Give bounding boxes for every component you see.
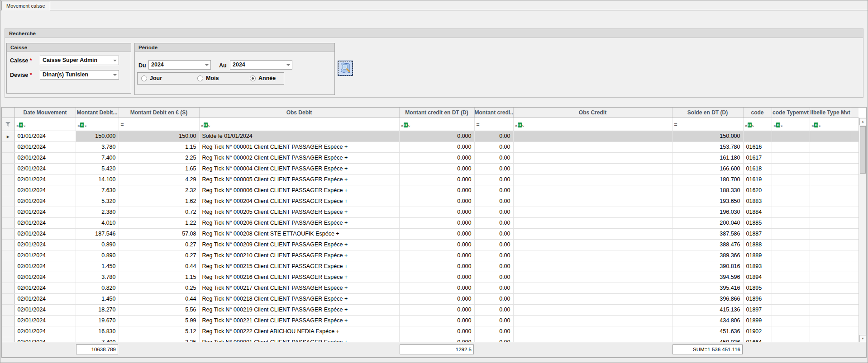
grid-cell[interactable]: 01889 xyxy=(743,250,772,261)
grid-cell[interactable]: 1.65 xyxy=(119,163,199,174)
grid-row[interactable]: 02/01/20247.4002.25Reg Tick N° 000002 Cl… xyxy=(2,152,858,163)
grid-cell[interactable] xyxy=(772,131,810,141)
grid-cell[interactable] xyxy=(810,141,851,152)
grid-row[interactable]: 02/01/20245.3201.62Reg Tick N° 000204 Cl… xyxy=(2,196,858,207)
search-button[interactable] xyxy=(338,61,353,76)
grid-cell[interactable]: 0.000 xyxy=(399,141,474,152)
vertical-scrollbar[interactable]: ▲ ▼ xyxy=(858,118,866,343)
grid-cell[interactable]: 395.416 xyxy=(672,283,743,293)
grid-cell[interactable]: 01893 xyxy=(743,261,772,272)
grid-cell[interactable]: Reg Tick N° 000221 Client CLIENT PASSAGE… xyxy=(199,315,399,326)
grid-cell[interactable]: 0.000 xyxy=(399,261,474,272)
filter-cell[interactable]: aBc xyxy=(399,118,474,131)
grid-cell[interactable]: 0.000 xyxy=(399,217,474,228)
column-header[interactable]: Montant Debit en € (S) xyxy=(119,108,199,118)
grid-cell[interactable]: 200.040 xyxy=(672,217,743,228)
grid-cell[interactable]: 0.44 xyxy=(119,293,199,304)
grid-cell[interactable]: 1.450 xyxy=(76,261,119,272)
grid-cell[interactable]: 153.780 xyxy=(672,141,743,152)
grid-cell[interactable] xyxy=(513,228,672,239)
grid-cell[interactable]: 0.000 xyxy=(399,293,474,304)
grid-cell[interactable]: 0.00 xyxy=(474,152,513,163)
grid-cell[interactable]: 02/01/2024 xyxy=(14,163,76,174)
grid-cell[interactable]: 0.00 xyxy=(474,141,513,152)
grid-cell[interactable] xyxy=(513,315,672,326)
grid-cell[interactable]: Reg Tick N° 000002 Client CLIENT PASSAGE… xyxy=(199,152,399,163)
grid-cell[interactable] xyxy=(772,207,810,217)
grid-cell[interactable]: Reg Tick N° 000216 Client CLIENT PASSAGE… xyxy=(199,272,399,283)
grid-cell[interactable]: 0.000 xyxy=(399,326,474,337)
grid-cell[interactable]: 0.000 xyxy=(399,185,474,196)
grid-cell[interactable]: 02/01/2024 xyxy=(14,293,76,304)
grid-cell[interactable]: 0.25 xyxy=(119,283,199,293)
grid-cell[interactable]: Reg Tick N° 000206 Client CLIENT PASSAGE… xyxy=(199,217,399,228)
grid-cell[interactable] xyxy=(772,141,810,152)
grid-row[interactable]: ▶01/01/2024150.000150.00Solde le 01/01/2… xyxy=(2,131,858,141)
grid-cell[interactable]: 415.136 xyxy=(672,304,743,315)
grid-cell[interactable]: 01620 xyxy=(743,185,772,196)
column-header[interactable]: code xyxy=(743,108,772,118)
grid-cell[interactable]: 0.000 xyxy=(399,163,474,174)
grid-cell[interactable]: 2.380 xyxy=(76,207,119,217)
grid-cell[interactable]: Reg Tick N° 000001 Client CLIENT PASSAGE… xyxy=(199,141,399,152)
grid-row[interactable]: 02/01/20241.4500.44Reg Tick N° 000218 Cl… xyxy=(2,293,858,304)
grid-cell[interactable]: 150.00 xyxy=(119,131,199,141)
grid-cell[interactable] xyxy=(810,174,851,185)
grid-cell[interactable] xyxy=(513,196,672,207)
grid-cell[interactable] xyxy=(810,315,851,326)
grid-cell[interactable]: 0.00 xyxy=(474,207,513,217)
grid-cell[interactable] xyxy=(772,228,810,239)
caisse-select[interactable]: Caisse Super Admin xyxy=(40,56,119,65)
grid-cell[interactable] xyxy=(772,196,810,207)
grid-cell[interactable]: 0.00 xyxy=(474,131,513,141)
grid-cell[interactable] xyxy=(810,293,851,304)
grid-cell[interactable]: 01884 xyxy=(743,207,772,217)
grid-cell[interactable]: 1.22 xyxy=(119,217,199,228)
grid-cell[interactable]: 5.320 xyxy=(76,196,119,207)
grid-cell[interactable]: 01902 xyxy=(743,326,772,337)
grid-cell[interactable]: 0.00 xyxy=(474,174,513,185)
grid-row[interactable]: 02/01/20242.3800.72Reg Tick N° 000205 Cl… xyxy=(2,207,858,217)
grid-cell[interactable]: 1.450 xyxy=(76,293,119,304)
grid-cell[interactable]: Reg Tick N° 000215 Client CLIENT PASSAGE… xyxy=(199,261,399,272)
grid-cell[interactable]: 0.890 xyxy=(76,250,119,261)
grid-cell[interactable] xyxy=(743,131,772,141)
grid-cell[interactable]: 02/01/2024 xyxy=(14,304,76,315)
grid-cell[interactable]: Reg Tick N° 000006 Client CLIENT PASSAGE… xyxy=(199,185,399,196)
grid-cell[interactable] xyxy=(810,217,851,228)
grid-row[interactable]: 02/01/20240.8900.27Reg Tick N° 000209 Cl… xyxy=(2,239,858,250)
grid-cell[interactable]: 187.546 xyxy=(76,228,119,239)
grid-cell[interactable]: 0.27 xyxy=(119,239,199,250)
grid-cell[interactable] xyxy=(810,272,851,283)
grid-cell[interactable]: 0.000 xyxy=(399,131,474,141)
grid-cell[interactable]: 02/01/2024 xyxy=(14,152,76,163)
grid-cell[interactable] xyxy=(772,152,810,163)
grid-cell[interactable]: Reg Tick N° 000004 Client CLIENT PASSAGE… xyxy=(199,163,399,174)
grid-cell[interactable]: Reg Tick N° 000222 Client ABICHOU NEDIA … xyxy=(199,326,399,337)
grid-cell[interactable]: 5.12 xyxy=(119,326,199,337)
grid-cell[interactable]: 7.630 xyxy=(76,185,119,196)
du-year-select[interactable]: 2024 xyxy=(148,60,211,70)
column-header[interactable]: Obs Debit xyxy=(199,108,399,118)
grid-cell[interactable]: 0.27 xyxy=(119,250,199,261)
au-year-select[interactable]: 2024 xyxy=(230,60,292,70)
grid-cell[interactable] xyxy=(513,293,672,304)
grid-cell[interactable]: Reg Tick N° 000218 Client CLIENT PASSAGE… xyxy=(199,293,399,304)
grid-row[interactable]: 02/01/20243.7801.15Reg Tick N° 000216 Cl… xyxy=(2,272,858,283)
grid-cell[interactable] xyxy=(810,283,851,293)
radio-année[interactable]: Année xyxy=(250,75,276,81)
grid-cell[interactable]: 02/01/2024 xyxy=(14,326,76,337)
grid-cell[interactable]: 0.000 xyxy=(399,304,474,315)
grid-cell[interactable]: 387.586 xyxy=(672,228,743,239)
grid-cell[interactable] xyxy=(810,185,851,196)
grid-cell[interactable]: Solde le 01/01/2024 xyxy=(199,131,399,141)
grid-cell[interactable] xyxy=(772,250,810,261)
filter-cell[interactable]: aBc xyxy=(513,118,672,131)
grid-cell[interactable]: 0.000 xyxy=(399,272,474,283)
filter-cell[interactable]: aBc xyxy=(810,118,851,131)
grid-cell[interactable]: 0.000 xyxy=(399,250,474,261)
grid-cell[interactable]: 5.99 xyxy=(119,315,199,326)
grid-cell[interactable]: 394.596 xyxy=(672,272,743,283)
grid-cell[interactable]: 02/01/2024 xyxy=(14,207,76,217)
grid-cell[interactable]: 1.62 xyxy=(119,196,199,207)
